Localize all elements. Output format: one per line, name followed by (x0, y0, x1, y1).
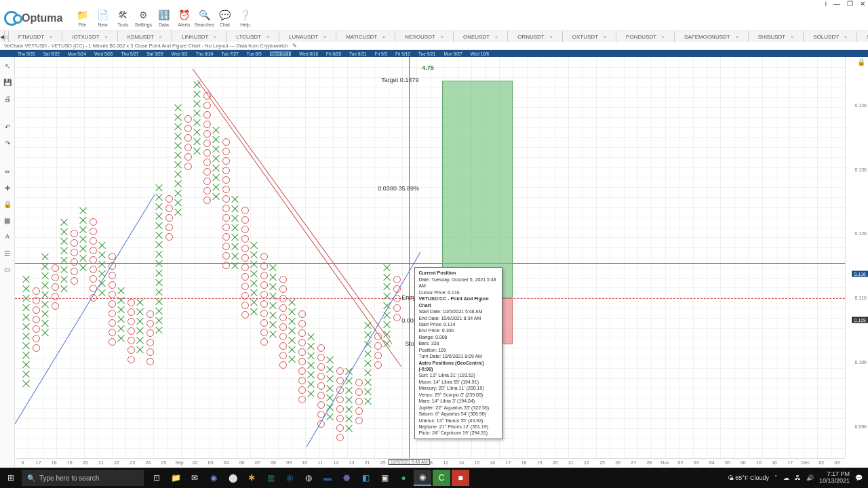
pnf-column (382, 263, 392, 348)
lock-tool-icon[interactable]: 🔒 (3, 199, 12, 209)
tab-oneusdt[interactable]: ONEUSDT× (454, 31, 508, 42)
tab-iotxusdt[interactable]: IOTXUSDT× (62, 31, 118, 42)
pnf-column (126, 298, 136, 364)
tab-close-icon[interactable]: × (791, 35, 793, 39)
info-icon[interactable]: i (825, 0, 827, 7)
app-mail[interactable]: ✉ (186, 470, 203, 486)
undo-icon[interactable]: ↶ (3, 122, 12, 131)
app-word[interactable]: ▬ (319, 470, 336, 486)
toolbar-file-button[interactable]: 📁File (72, 8, 92, 27)
edit-layout-icon[interactable]: ✎ (292, 43, 297, 49)
tab-oxtusdt[interactable]: OXTUSDT× (563, 31, 616, 42)
minimize-icon[interactable]: — (833, 0, 840, 7)
app-terminal[interactable]: ▣ (376, 470, 393, 486)
notifications-icon[interactable]: 💬 (855, 474, 863, 481)
app-slack[interactable]: ✱ (243, 470, 260, 486)
tab-ftmusdt[interactable]: FTMUSDT× (9, 31, 62, 42)
tab-close-icon[interactable]: × (382, 35, 385, 39)
tab-close-icon[interactable]: × (736, 35, 738, 39)
crosshair-icon[interactable]: ✚ (3, 183, 12, 192)
tab-close-icon[interactable]: × (105, 35, 108, 39)
tab-safemoonusdt[interactable]: SAFEMOONUSDT× (675, 31, 749, 42)
tab-nexousdt[interactable]: NEXOUSDT× (395, 31, 454, 42)
app-other[interactable]: ■ (452, 470, 469, 486)
text-tool-icon[interactable]: Ａ (3, 232, 12, 241)
tab-close-icon[interactable]: × (323, 35, 326, 39)
pnf-column (240, 206, 250, 320)
toolbar-chat-button[interactable]: 💬Chat (214, 8, 235, 27)
tab-ornusdt[interactable]: ORNUSDT× (508, 31, 563, 42)
cursor-date-box: 10/5/2021 5:48 AM (389, 459, 430, 465)
tab-maticusdt[interactable]: MATICUSDT× (336, 31, 395, 42)
tab-close-icon[interactable]: × (550, 35, 553, 39)
tab-close-icon[interactable]: × (441, 35, 443, 39)
tray-volume-icon[interactable]: 🔊 (806, 474, 814, 481)
app-chrome[interactable]: ◍ (300, 470, 317, 486)
print-icon[interactable]: 🖨 (3, 94, 12, 103)
weather-widget[interactable]: 🌤 65°F Cloudy (728, 474, 769, 481)
start-button[interactable]: ⊞ (0, 473, 22, 483)
tab-close-icon[interactable]: × (267, 35, 269, 39)
layers-icon[interactable]: ☰ (3, 248, 12, 258)
pnf-column (174, 103, 183, 217)
toolbar-alerts-button[interactable]: ⏰Alerts (174, 8, 194, 27)
chart-label: 0.0380 35.89% (378, 185, 419, 192)
tray-onedrive-icon[interactable]: ☁ (783, 474, 789, 481)
toolbar-new-button[interactable]: 📄New (92, 8, 113, 27)
toolbar-tools-button[interactable]: 🛠Tools (113, 8, 133, 27)
app-edge[interactable]: ◎ (281, 470, 298, 486)
tab-close-icon[interactable]: × (214, 35, 216, 39)
toolbar-data-button[interactable]: 🔢Data (153, 8, 174, 27)
tab-ltcusdt[interactable]: LTCUSDT× (227, 31, 279, 42)
app-explorer[interactable]: 📁 (167, 470, 184, 486)
tab-solusdt[interactable]: SOLUSDT× (804, 31, 857, 42)
tab-sunusdt[interactable]: SUNUSDT× (857, 31, 868, 42)
close-icon[interactable]: ✕ (860, 0, 865, 7)
panel-icon[interactable]: ▭ (3, 264, 12, 274)
search-icon: 🔍 (27, 474, 35, 482)
taskbar-clock[interactable]: 7:17 PM 10/13/2021 (819, 471, 850, 485)
tab-close-icon[interactable]: × (844, 35, 847, 39)
toolbar-searches-button[interactable]: 🔍Searches (194, 8, 214, 27)
pnf-column (145, 309, 155, 366)
pnf-column (107, 252, 117, 347)
task-view-icon[interactable]: ⊡ (148, 470, 165, 486)
redo-icon[interactable]: ↷ (3, 138, 12, 148)
help-icon: ❔ (238, 8, 252, 22)
toolbar-help-button[interactable]: ❔Help (235, 8, 255, 27)
app-discord[interactable]: ◉ (205, 470, 222, 486)
maximize-icon[interactable]: ❐ (847, 0, 853, 7)
tab-close-icon[interactable]: × (50, 35, 52, 39)
tab-pondusdt[interactable]: PONDUSDT× (616, 31, 675, 42)
alerts-icon: ⏰ (177, 8, 191, 22)
nav-back-icon[interactable]: ◀ (0, 31, 5, 42)
tab-close-icon[interactable]: × (604, 35, 606, 39)
tab-close-icon[interactable]: × (159, 35, 162, 39)
tab-close-icon[interactable]: × (495, 35, 498, 39)
app-camtasia[interactable]: C (433, 470, 450, 486)
tab-linkusdt[interactable]: LINKUSDT× (172, 31, 227, 42)
taskbar-search[interactable]: 🔍 Type here to search (22, 470, 144, 486)
tab-lunausdt[interactable]: LUNAUSDT× (279, 31, 336, 42)
tab-close-icon[interactable]: × (662, 35, 665, 39)
tab-ksmusdt[interactable]: KSMUSDT× (118, 31, 172, 42)
cursor-tool-icon[interactable]: ↖ (3, 61, 12, 70)
pnf-column (31, 286, 41, 352)
toolbar-settings-button[interactable]: ⚙Settings (133, 8, 153, 27)
system-tray: 🌤 65°F Cloudy ˄ ☁ 🖧 🔊 7:17 PM 10/13/2021… (728, 471, 868, 485)
app-vscode[interactable]: ◧ (357, 470, 374, 486)
app-obs[interactable]: ⬤ (224, 470, 241, 486)
tray-network-icon[interactable]: 🖧 (795, 474, 801, 481)
grid-tool-icon[interactable]: ▦ (3, 216, 12, 225)
app-spotify[interactable]: ● (395, 470, 412, 486)
app-optuma[interactable]: ◉ (414, 470, 431, 486)
price-axis[interactable]: 0.1460.1360.1260.1160.1060.0960.1160.109 (845, 57, 868, 458)
save-icon[interactable]: 💾 (3, 77, 12, 87)
pnf-chart[interactable]: 🔒 0.1460.1360.1260.1160.1060.0960.1160.1… (15, 57, 868, 474)
tab-shibusdt[interactable]: SHIBUSDT× (749, 31, 804, 42)
app-excel[interactable]: ▦ (262, 470, 279, 486)
app-teams[interactable]: ⬣ (338, 470, 355, 486)
tray-chevron-icon[interactable]: ˄ (774, 474, 778, 481)
draw-line-icon[interactable]: ✏ (3, 167, 12, 176)
file-icon: 📁 (75, 8, 89, 22)
